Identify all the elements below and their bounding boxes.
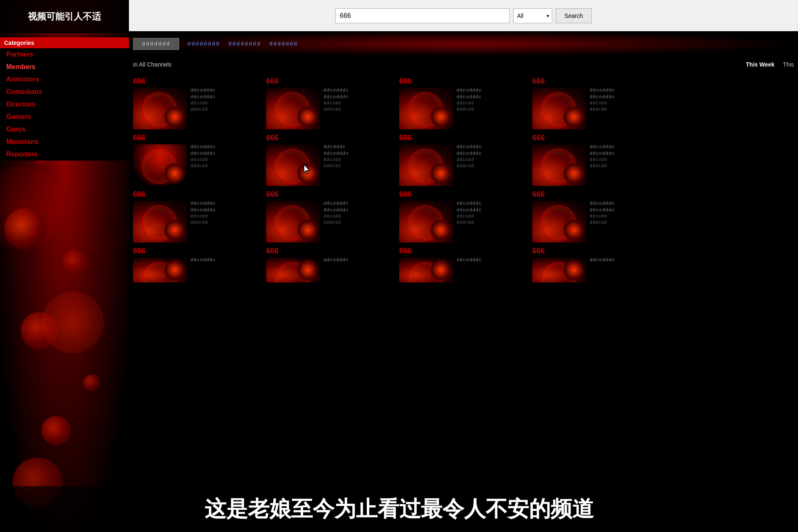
sidebar-item-animators[interactable]: Animators (0, 73, 129, 86)
video-thumbnail[interactable] (133, 144, 187, 186)
video-thumbnail[interactable] (266, 257, 320, 282)
video-row-3: 666 ddcodddc ddcodddc ddcodd dddcdd 666 (133, 190, 794, 242)
video-info: ddcodddc ddcodddc ddcodd dddcdd (590, 144, 661, 186)
video-meta-3: ddcodd (457, 101, 528, 106)
sidebar-item-partners[interactable]: Partners (0, 48, 129, 61)
video-meta-1: ddcodddc (324, 201, 395, 206)
video-card: ddcdddc ddcodddc ddcodd dddcdd (266, 144, 395, 186)
video-title: 666 (133, 134, 262, 142)
video-meta-4: dddcdd (190, 164, 262, 168)
video-meta-3: ddcodd (457, 158, 528, 162)
search-button[interactable]: Search (556, 8, 591, 23)
video-meta-2: ddcodddc (324, 94, 395, 99)
video-title: 666 (399, 134, 528, 142)
video-thumbnail[interactable] (399, 88, 453, 129)
warning-overlay: 视频可能引人不适 (0, 0, 129, 33)
video-thumbnail[interactable] (532, 257, 586, 282)
video-item: 666 ddcodddc ddcodddc ddcodd dddcdd (133, 77, 262, 129)
video-card: ddcodddc ddcodddc ddcodd dddcdd (399, 144, 528, 186)
sidebar-item-musicians[interactable]: Musicians (0, 136, 129, 148)
video-title: 666 (532, 190, 661, 199)
video-info: ddcodddc ddcodddc ddcodd dddcdd (590, 201, 661, 242)
video-card: ddcodddc ddcodddc ddcodd dddcdd (133, 201, 262, 242)
video-card: ddcodddc ddcodddc ddcodd dddcdd (133, 88, 262, 129)
video-item: 666 ddcodddc ddcodddc ddcodd dddcdd (133, 190, 262, 242)
video-item: 666 ddcodddc ddcodddc ddcodd dddcdd (532, 190, 661, 242)
video-meta-2: ddcodddc (324, 208, 395, 213)
categories-header[interactable]: Categories (0, 37, 129, 48)
video-meta-4: dddcdd (324, 164, 395, 168)
video-grid: 666 ddcodddc ddcodddc ddcodd dddcdd 666 (129, 73, 798, 490)
video-meta-3: ddcodd (324, 158, 395, 162)
video-thumbnail[interactable] (532, 88, 586, 129)
video-meta-3: ddcodd (190, 101, 262, 106)
video-card: ddcodddc (399, 257, 528, 282)
video-meta-4: dddcdd (190, 107, 262, 112)
video-meta-1: ddcodddc (190, 88, 262, 93)
filter-this[interactable]: This (783, 61, 794, 68)
video-meta-1: ddcodddc (590, 88, 661, 93)
video-meta-2: ddcodddc (190, 94, 262, 99)
video-card: ddcodddc ddcodddc ddcodd dddcdd (133, 144, 262, 186)
video-thumbnail[interactable] (399, 144, 453, 186)
video-info: ddcodddc (457, 257, 528, 282)
sidebar: 视频可能引人不适 Categories Partners Members Ani… (0, 0, 129, 532)
video-card: ddcodddc ddcodddc ddcodd dddcdd (532, 144, 661, 186)
video-info: ddcodddc ddcodddc ddcodd dddcdd (190, 144, 262, 186)
sidebar-item-comedians[interactable]: Comedians (0, 86, 129, 98)
video-thumbnail[interactable] (266, 88, 320, 129)
sidebar-item-members[interactable]: Members (0, 61, 129, 73)
search-input[interactable] (335, 8, 510, 23)
video-thumbnail[interactable] (532, 144, 586, 186)
video-title: 666 (266, 247, 395, 255)
video-meta-1: ddcdddc (324, 144, 395, 149)
nav-tab-link-2[interactable]: dddddddd (228, 41, 261, 47)
video-meta-4: dddcdd (590, 220, 661, 225)
nav-tab-link-3[interactable]: ddddddd (269, 41, 298, 47)
search-category-select[interactable]: All Videos Channels Playlists (513, 8, 552, 23)
video-row-1: 666 ddcodddc ddcodddc ddcodd dddcdd 666 (133, 77, 794, 129)
video-info: ddcodddc (190, 257, 262, 282)
video-thumbnail[interactable] (266, 144, 320, 186)
video-item: 666 ddcdddc ddcodddc dd (266, 134, 395, 186)
video-meta-4: dddcdd (324, 107, 395, 112)
warning-text: 视频可能引人不适 (28, 11, 101, 23)
video-meta-2: ddcodddc (457, 151, 528, 156)
category-select-wrapper: All Videos Channels Playlists (513, 8, 552, 23)
sidebar-item-gamers[interactable]: Gamers (0, 111, 129, 123)
video-meta-3: ddcodd (324, 214, 395, 219)
video-thumbnail[interactable] (133, 257, 187, 282)
video-row-4: 666 ddcodddc 666 ddcodddc 666 (133, 247, 794, 282)
video-meta-1: ddcodddc (190, 201, 262, 206)
filter-this-week[interactable]: This Week (746, 61, 775, 68)
video-card: ddcodddc ddcodddc ddcodd dddcdd (266, 88, 395, 129)
video-thumbnail[interactable] (133, 88, 187, 129)
nav-tab-link-1[interactable]: dddddddd (188, 41, 220, 47)
video-meta-3: ddcodd (457, 214, 528, 219)
video-thumbnail[interactable] (399, 201, 453, 242)
video-thumbnail[interactable] (532, 201, 586, 242)
video-meta-3: ddcodd (190, 158, 262, 162)
nav-tab-active[interactable]: ddddddd (133, 38, 179, 50)
video-title: 666 (133, 247, 262, 255)
sidebar-item-reporters[interactable]: Reporters (0, 148, 129, 161)
video-item: 666 ddcodddc ddcodddc ddcodd dddcdd (399, 77, 528, 129)
video-meta-4: dddcdd (457, 107, 528, 112)
video-info: ddcodddc ddcodddc ddcodd dddcdd (590, 88, 661, 129)
video-title: 666 (532, 134, 661, 142)
video-meta-1: ddcodddc (190, 257, 262, 262)
video-meta-1: ddcodddc (324, 88, 395, 93)
video-title: 666 (266, 77, 395, 86)
video-info: ddcodddc ddcodddc ddcodd dddcdd (457, 144, 528, 186)
video-thumbnail[interactable] (266, 201, 320, 242)
video-info: ddcdddc ddcodddc ddcodd dddcdd (324, 144, 395, 186)
video-item: 666 ddcodddc ddcodddc ddcodd dddcdd (399, 190, 528, 242)
video-title: 666 (399, 247, 528, 255)
sidebar-item-directors[interactable]: Directors (0, 98, 129, 111)
video-thumbnail[interactable] (399, 257, 453, 282)
sidebar-item-gurus[interactable]: Gurus (0, 123, 129, 136)
main-content: All Videos Channels Playlists Search ddd… (129, 0, 798, 532)
video-thumbnail[interactable] (133, 201, 187, 242)
video-info: ddcodddc (590, 257, 661, 282)
video-meta-3: ddcodd (590, 214, 661, 219)
